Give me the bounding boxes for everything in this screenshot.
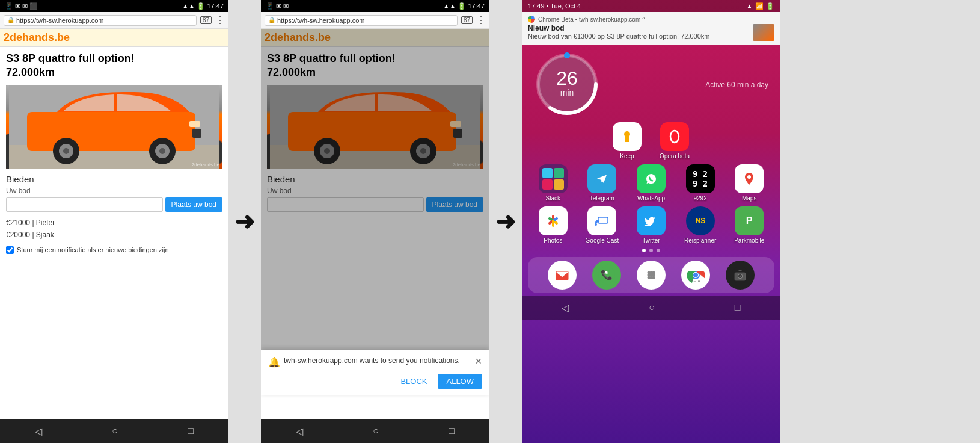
bid-button-1[interactable]: Plaats uw bod	[165, 197, 222, 212]
notif-banner-title: Nieuw bod	[528, 24, 749, 33]
home-button-2[interactable]: ○	[373, 426, 379, 436]
gmail-svg	[554, 267, 571, 283]
bid-item-1: €21000 | Pieter	[6, 217, 222, 229]
page-content-1: 2dehands.be S3 8P quattro full option!72…	[0, 29, 228, 419]
bid-input-1[interactable]	[6, 197, 163, 212]
notif-banner-body: Nieuw bod van €13000 op S3 8P quattro fu…	[528, 33, 749, 40]
home-signal-icon: ▲	[746, 2, 753, 10]
slack-icon	[539, 164, 568, 193]
parkmobile-svg: P	[741, 212, 758, 229]
url-bar-2[interactable]: 🔒 https://twh-sw.herokuapp.com	[265, 15, 458, 26]
slack-q4	[554, 179, 564, 190]
app-telegram[interactable]: Telegram	[580, 164, 625, 202]
arrow-icon-2: ➜	[495, 208, 516, 235]
home-status-bar: 17:49 • Tue, Oct 4 ▲ 📶 🔋	[522, 0, 780, 12]
svg-point-55	[648, 274, 651, 277]
home-button-3[interactable]: ○	[649, 302, 655, 313]
svg-text:NS: NS	[695, 217, 705, 225]
dock-phone[interactable]: 📞	[592, 261, 621, 290]
arrow-icon-1: ➜	[234, 208, 255, 235]
opera-svg	[666, 128, 684, 146]
status-bar-left-icons-1: 📱 ✉ ✉ ⬛	[5, 2, 38, 10]
allow-button[interactable]: ALLOW	[438, 374, 482, 389]
close-icon[interactable]: ✕	[475, 356, 482, 366]
dock-chrome-beta[interactable]: BETA	[681, 261, 710, 290]
notif-actions: BLOCK ALLOW	[268, 374, 482, 389]
notification-checkbox-1[interactable]: Stuur mij een notificatie als er nieuwe …	[6, 246, 222, 254]
back-button-2[interactable]: ◁	[296, 426, 303, 437]
clock-number: 26 min	[556, 69, 578, 98]
notification-banner[interactable]: Chrome Beta • twh-sw.herokuapp.com ^ Nie…	[522, 12, 780, 45]
maps-label: Maps	[742, 195, 756, 202]
email-status-icon-1: ✉	[276, 2, 281, 10]
lock-icon-2: 🔒	[268, 17, 275, 23]
whatsapp-status-icon: 📱	[266, 2, 274, 10]
svg-rect-9	[189, 121, 200, 127]
checkbox-input-1[interactable]	[6, 246, 14, 254]
slack-label: Slack	[546, 195, 560, 202]
phone-svg: 📞	[598, 267, 615, 283]
reisplanner-svg: NS	[692, 212, 709, 229]
clock-value: 26	[556, 69, 578, 88]
home-button-1[interactable]: ○	[112, 426, 118, 436]
battery-icon: 🔋	[197, 2, 205, 10]
browser-menu-1[interactable]: ⋮	[215, 14, 225, 26]
email-status-icon-2: ✉	[283, 2, 289, 10]
status-bar-1: 📱 ✉ ✉ ⬛ ▲▲ 🔋 17:47	[0, 0, 228, 12]
time-display-2: 17:47	[468, 2, 485, 10]
twitter-svg	[643, 212, 660, 229]
app-whatsapp[interactable]: WhatsApp	[629, 164, 673, 202]
lock-icon-1: 🔒	[7, 17, 14, 23]
listing-title-1: S3 8P quattro full option!72.000km	[6, 52, 222, 80]
browser-menu-2[interactable]: ⋮	[476, 14, 486, 26]
cast-icon	[587, 206, 616, 235]
active-label: Active 60 min a day	[600, 79, 768, 90]
back-button-1[interactable]: ◁	[35, 426, 42, 437]
car-watermark-1: 2dehands.be	[192, 162, 219, 167]
opera-label: Opera beta	[660, 153, 690, 160]
photos-svg	[544, 211, 563, 231]
site-number-1: 2	[4, 31, 10, 43]
app-photos[interactable]: Photos	[531, 206, 575, 244]
app-google-cast[interactable]: Google Cast	[580, 206, 625, 244]
back-button-3[interactable]: ◁	[562, 302, 569, 314]
recents-button-2[interactable]: □	[449, 426, 455, 436]
recents-button-3[interactable]: □	[735, 302, 741, 313]
url-bar-1[interactable]: 🔒 https://twh-sw.herokuapp.com	[4, 15, 197, 26]
opera-icon	[660, 122, 689, 151]
nav-bar-3: ◁ ○ □	[522, 296, 780, 320]
app-slack[interactable]: Slack	[531, 164, 575, 202]
status-bar-2: 📱 ✉ ✉ ▲▲ 🔋 17:47	[261, 0, 489, 12]
recents-button-1[interactable]: □	[188, 426, 194, 436]
app-9292[interactable]: 9 2 9 2 9292	[678, 164, 723, 202]
chrome-svg: BETA	[687, 266, 705, 284]
dock-camera[interactable]	[726, 261, 755, 290]
app-twitter[interactable]: Twitter	[629, 206, 673, 244]
checkbox-label-1: Stuur mij een notificatie als er nieuwe …	[17, 246, 169, 253]
gmail-dock-icon	[548, 261, 577, 290]
browser-bar-2: 🔒 https://twh-sw.herokuapp.com 87 ⋮	[261, 12, 489, 29]
nav-bar-2: ◁ ○ □	[261, 419, 489, 443]
app-keep[interactable]: Keep	[613, 122, 642, 160]
whatsapp-label: WhatsApp	[637, 195, 665, 202]
app-opera-beta[interactable]: Opera beta	[660, 122, 690, 160]
dot-3	[657, 249, 660, 252]
keep-icon	[613, 122, 642, 151]
app-reisplanner[interactable]: NS Reisplanner	[678, 206, 723, 244]
tab-count-1[interactable]: 87	[200, 16, 212, 24]
svg-text:BETA: BETA	[691, 279, 700, 283]
email-icon-2: ✉	[22, 2, 28, 10]
telegram-svg	[593, 170, 610, 187]
app-parkmobile[interactable]: P Parkmobile	[727, 206, 771, 244]
app-maps[interactable]: Maps	[727, 164, 771, 202]
tab-count-2[interactable]: 87	[461, 16, 473, 24]
whatsapp-icon	[637, 164, 666, 193]
app-dock: 📞	[528, 257, 774, 293]
dock-gmail[interactable]	[548, 261, 577, 290]
block-button[interactable]: BLOCK	[396, 374, 432, 389]
dock-launcher[interactable]	[637, 261, 666, 290]
bid-list-1: €21000 | Pieter €20000 | Sjaak	[6, 217, 222, 241]
svg-point-57	[650, 271, 653, 274]
notif-banner-text: Nieuw bod Nieuw bod van €13000 op S3 8P …	[528, 24, 749, 40]
app-row-2: Slack Telegram WhatsApp	[522, 162, 780, 204]
